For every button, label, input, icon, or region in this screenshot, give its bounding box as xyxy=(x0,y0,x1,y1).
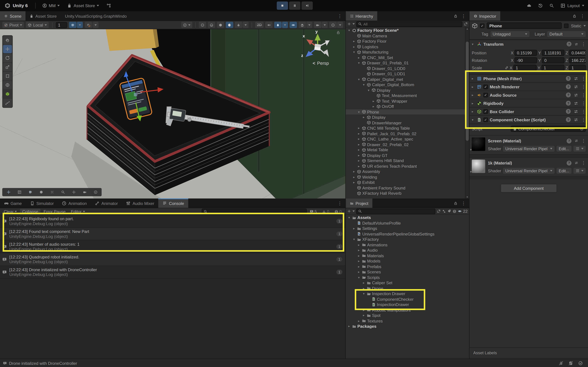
component-box-collider[interactable]: ▸✓Box Collider xyxy=(470,107,588,115)
object-picker-icon[interactable] xyxy=(580,126,583,131)
console-message[interactable]: [12:22:43] Quadruped robot initialized.U… xyxy=(0,253,345,266)
project-item[interactable]: ▸Drone xyxy=(346,286,469,291)
foldout-arrow[interactable]: ▸ xyxy=(472,85,475,89)
project-item[interactable]: ▾Inspection Drawer xyxy=(346,291,469,297)
snap-settings-button[interactable] xyxy=(85,22,92,28)
panel-menu-icon[interactable] xyxy=(461,200,466,206)
panel-menu-icon[interactable] xyxy=(337,200,342,206)
projection-toggle[interactable]: < Persp xyxy=(312,61,329,66)
foldout-arrow[interactable]: ▸ xyxy=(357,137,361,141)
audio-toggle[interactable] xyxy=(265,22,273,28)
active-checkbox[interactable]: ✓ xyxy=(480,24,484,28)
camera-settings-button[interactable] xyxy=(314,22,321,28)
shader-dropdown[interactable]: Universal Render Pipel xyxy=(503,146,555,151)
project-item[interactable]: ▸Audio xyxy=(346,248,469,253)
foldout-arrow[interactable]: ▾ xyxy=(357,61,361,65)
component-menu-icon[interactable] xyxy=(581,100,586,106)
chevron-down-icon[interactable] xyxy=(584,25,586,26)
vp-search-button[interactable] xyxy=(58,189,68,196)
lighting-toggle[interactable] xyxy=(274,22,282,28)
rect-tool-button[interactable] xyxy=(3,72,12,80)
foldout-arrow[interactable]: ▾ xyxy=(347,29,351,32)
project-item[interactable]: ▸Scenes xyxy=(346,269,469,275)
preset-icon[interactable] xyxy=(575,42,578,46)
foldout-arrow[interactable]: ▾ xyxy=(362,83,366,87)
gizmo-lock-icon[interactable] xyxy=(336,31,340,34)
lighting-caret[interactable] xyxy=(282,22,288,28)
cloud-icon[interactable] xyxy=(527,3,531,8)
foldout-arrow[interactable]: ▸ xyxy=(357,132,361,135)
foldout-arrow[interactable]: ▾ xyxy=(472,118,475,121)
step-button[interactable] xyxy=(302,1,313,10)
project-item[interactable]: ▸Caliper Set xyxy=(346,280,469,286)
component-menu-icon[interactable] xyxy=(581,160,586,166)
hierarchy-item[interactable]: ▾Caliper_Digital_Bottom xyxy=(346,82,469,87)
help-icon[interactable] xyxy=(566,84,571,89)
foldout-arrow[interactable]: ▸ xyxy=(352,181,356,184)
shader-dropdown[interactable]: Universal Render Pipel xyxy=(503,168,555,174)
help-icon[interactable] xyxy=(566,117,571,122)
hierarchy-item[interactable]: ▾Phone xyxy=(346,109,469,115)
rotation-z-field[interactable]: 166.227 xyxy=(569,57,586,63)
foldout-arrow[interactable]: ▸ xyxy=(357,126,361,130)
foldout-arrow[interactable]: ▸ xyxy=(357,148,361,152)
help-icon[interactable] xyxy=(566,76,571,81)
project-item[interactable]: ▸Spot xyxy=(346,313,469,318)
foldout-arrow[interactable]: ▸ xyxy=(372,99,375,103)
hierarchy-item[interactable]: ▸CNC_Mill_Set xyxy=(346,55,469,60)
hierarchy-item[interactable]: ▸Metal Table xyxy=(346,147,469,153)
console-search-field[interactable] xyxy=(202,209,307,214)
console-message[interactable]: [12:22:43] Number of audio sources: 1Uni… xyxy=(0,240,345,253)
shader-edit-button[interactable]: Edit... xyxy=(556,146,571,151)
foldout-arrow[interactable]: ▸ xyxy=(470,148,472,151)
foldout-arrow[interactable]: ▸ xyxy=(357,319,361,323)
shading-shaded-wire-button[interactable] xyxy=(208,22,215,28)
console-editor-dropdown[interactable]: Editor xyxy=(69,209,87,214)
vp-sphere-button[interactable] xyxy=(36,189,46,196)
hierarchy-scrollbar[interactable] xyxy=(465,27,469,199)
console-collapse-toggle[interactable]: Collapse xyxy=(20,209,41,214)
shader-list-button[interactable] xyxy=(573,168,586,174)
foldout-arrow[interactable]: ▸ xyxy=(357,265,361,268)
rotation-x-field[interactable]: -90 xyxy=(515,57,537,63)
position-x-field[interactable]: 0.15199 xyxy=(515,50,537,56)
alert-filter-icon[interactable] xyxy=(453,209,456,213)
hierarchy-item[interactable]: Drawer_01_LOD0 xyxy=(346,66,469,71)
foldout-arrow[interactable]: ▸ xyxy=(470,170,472,173)
foldout-arrow[interactable]: ▸ xyxy=(472,77,475,80)
vp-move-button[interactable] xyxy=(3,189,14,196)
project-item[interactable]: ▸Prefabs xyxy=(346,264,469,269)
grid-snap-caret[interactable] xyxy=(77,22,83,28)
console-message[interactable]: [12:22:43] Drone initialized with DroneC… xyxy=(0,266,345,279)
gameobject-icon[interactable] xyxy=(472,23,478,29)
tab-audio-mixer[interactable]: Audio Mixer xyxy=(122,199,158,208)
tab-hierarchy[interactable]: Hierarchy xyxy=(346,11,377,21)
project-item[interactable]: ComponentChecker xyxy=(346,297,469,302)
project-item[interactable]: InspectionDrawer xyxy=(346,302,469,307)
tab-graph-window[interactable]: Unity.VisualScripting.GraphWindo xyxy=(61,11,131,21)
enabled-checkbox[interactable]: ✓ xyxy=(483,117,488,122)
snap-settings-caret[interactable] xyxy=(93,22,98,28)
hierarchy-search-input[interactable] xyxy=(363,22,461,26)
visibility-toggle[interactable] xyxy=(290,22,297,28)
hierarchy-item[interactable]: ▸CNC Mill Tending Table xyxy=(346,125,469,131)
chevron-down-icon[interactable] xyxy=(353,210,355,212)
hierarchy-item[interactable]: ▾Display xyxy=(346,87,469,93)
orientation-toggle[interactable]: Local xyxy=(26,22,49,28)
chevron-down-icon[interactable] xyxy=(353,23,355,25)
rotation-y-field[interactable]: 0 xyxy=(542,57,564,63)
foldout-arrow[interactable]: ▸ xyxy=(357,159,361,163)
hierarchy-item[interactable]: Ambient Factory Sound xyxy=(346,185,469,191)
component-phone-mesh-filter-[interactable]: ▸Phone (Mesh Filter) xyxy=(470,74,588,82)
draw-mode-dropdown[interactable] xyxy=(181,22,192,28)
foldout-arrow[interactable]: ▸ xyxy=(472,101,475,105)
vp-grid-button[interactable] xyxy=(25,189,35,196)
console-message[interactable]: [12:22:43] Found text component: New Par… xyxy=(0,228,345,240)
shading-wire-button[interactable] xyxy=(199,22,206,28)
foldout-arrow[interactable]: ▾ xyxy=(362,292,366,296)
enabled-checkbox[interactable]: ✓ xyxy=(483,84,488,89)
project-item[interactable]: ▸Textures xyxy=(346,318,469,324)
project-item[interactable]: ▾Assets xyxy=(346,215,469,220)
2d-toggle[interactable] xyxy=(255,22,264,28)
label-filter-icon[interactable] xyxy=(447,209,451,213)
